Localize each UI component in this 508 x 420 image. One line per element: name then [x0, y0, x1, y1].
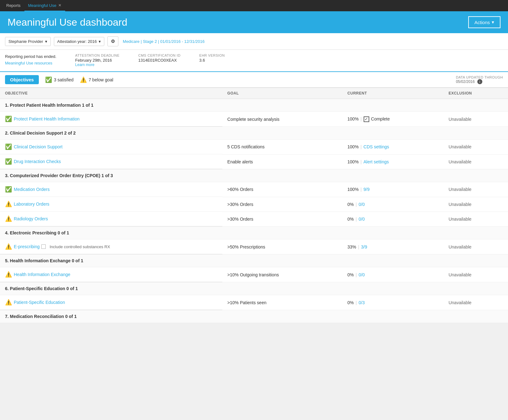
- objectives-header: Objectives ✅ 3 satisfied ⚠️ 7 below goal…: [0, 72, 508, 88]
- goal-cell: >10% Outgoing transitions: [222, 267, 342, 282]
- col-goal: GOAL: [222, 88, 342, 99]
- current-value-link[interactable]: 3/9: [361, 244, 367, 249]
- info-bar: Reporting period has ended. Meaningful U…: [0, 50, 508, 72]
- current-value-link[interactable]: Alert settings: [364, 159, 389, 164]
- exclusion-cell: Unavailable: [443, 295, 508, 310]
- current-pct: 0%: [347, 217, 354, 222]
- table-row: ✅Medication Orders>60% Orders100% | 9/9U…: [0, 182, 508, 197]
- objective-link[interactable]: Patient-Specific Education: [14, 300, 65, 305]
- current-pct: 100%: [347, 116, 359, 121]
- data-updated-block: DATA UPDATED THROUGH 05/02/2016 i: [456, 75, 503, 84]
- below-goal-status: ⚠️ 7 below goal: [80, 76, 113, 83]
- objectives-badge: Objectives: [5, 75, 39, 84]
- goal-cell: 5 CDS notifications: [222, 140, 342, 155]
- toolbar: Stephanie Provider ▾ Attestation year: 2…: [0, 33, 508, 50]
- exclusion-cell: Unavailable: [443, 182, 508, 197]
- chevron-down-icon: ▾: [492, 19, 494, 25]
- pipe-separator: |: [359, 187, 363, 192]
- extra-label: Include controlled substances RX: [49, 244, 110, 249]
- table-section-row: 1. Protect Patient Health Information 1 …: [0, 99, 508, 112]
- current-cell: 100% | 9/9: [342, 182, 443, 197]
- current-value-link[interactable]: 0/3: [359, 300, 365, 305]
- current-value-link[interactable]: 9/9: [364, 187, 370, 192]
- chevron-down-icon: ▾: [45, 39, 47, 44]
- tab-meaningful-use[interactable]: Meaningful Use ✕: [24, 0, 65, 11]
- current-value-link[interactable]: 0/0: [359, 272, 365, 277]
- info-icon[interactable]: i: [477, 79, 482, 84]
- pipe-separator: |: [359, 116, 363, 121]
- goal-cell: >60% Orders: [222, 182, 342, 197]
- attestation-deadline-block: ATTESTATION DEADLINE February 29th, 2016…: [75, 54, 119, 67]
- objectives-table: OBJECTIVE GOAL CURRENT EXCLUSION 1. Prot…: [0, 88, 508, 323]
- satisfied-status: ✅ 3 satisfied: [45, 76, 74, 83]
- page-header: Meaningful Use dashboard Actions ▾: [0, 11, 508, 33]
- goal-cell: >30% Orders: [222, 212, 342, 227]
- table-section-row: 4. Electronic Prescribing 0 of 1: [0, 227, 508, 239]
- objective-link[interactable]: Health Information Exchange: [14, 272, 70, 277]
- meaningful-use-resources-link[interactable]: Meaningful Use resources: [5, 61, 52, 65]
- current-cell: 0% | 0/0: [342, 212, 443, 227]
- table-section-row: 3. Computerized Provider Order Entry (CP…: [0, 169, 508, 182]
- provider-label: Stephanie Provider: [8, 39, 43, 44]
- settings-button[interactable]: ⚙: [107, 36, 118, 46]
- table-section-row: 7. Medication Reconciliation 0 of 1: [0, 310, 508, 323]
- provider-dropdown[interactable]: Stephanie Provider ▾: [5, 37, 51, 46]
- attestation-year-dropdown[interactable]: Attestation year: 2016 ▾: [54, 37, 104, 46]
- col-objective: OBJECTIVE: [0, 88, 222, 99]
- attestation-label: ATTESTATION DEADLINE: [75, 54, 119, 57]
- current-cell: 33% | 3/9: [342, 239, 443, 254]
- actions-button[interactable]: Actions ▾: [468, 16, 500, 28]
- objective-cell: ⚠️Radiology Orders: [0, 212, 222, 226]
- data-updated-date: 05/02/2016: [456, 79, 475, 84]
- objective-cell: ✅Protect Patient Health Information: [0, 112, 222, 126]
- objective-link[interactable]: Medication Orders: [14, 187, 49, 192]
- section-label: 3. Computerized Provider Order Entry (CP…: [0, 169, 508, 182]
- col-exclusion: EXCLUSION: [443, 88, 508, 99]
- objective-cell: ⚠️Patient-Specific Education: [0, 295, 222, 310]
- current-value-link[interactable]: 0/0: [359, 202, 365, 207]
- objective-link[interactable]: Protect Patient Health Information: [14, 116, 80, 121]
- checkbox-input[interactable]: [41, 244, 46, 249]
- check-icon: ✅: [5, 158, 12, 165]
- table-row: ✅Protect Patient Health InformationCompl…: [0, 112, 508, 127]
- period-info: Medicare | Stage 2 | 01/01/2016 - 12/31/…: [123, 39, 205, 44]
- below-goal-count: 7 below goal: [89, 77, 113, 82]
- current-pct: 100%: [347, 187, 359, 192]
- pipe-separator: |: [355, 217, 358, 222]
- check-icon: ✅: [5, 143, 12, 150]
- data-updated-label: DATA UPDATED THROUGH: [456, 75, 503, 79]
- checkbox-icon: ✓: [364, 116, 369, 122]
- tab-reports[interactable]: Reports: [3, 0, 24, 11]
- table-row: ⚠️Radiology Orders>30% Orders0% | 0/0Una…: [0, 212, 508, 227]
- cms-id-block: CMS CERTIFICATION ID 1314E01RCO0XEAX: [138, 54, 180, 63]
- objective-link[interactable]: Drug Interaction Checks: [14, 159, 61, 164]
- current-value-link[interactable]: CDS settings: [364, 144, 389, 149]
- tab-reports-label: Reports: [6, 3, 21, 8]
- pipe-separator: |: [359, 144, 363, 149]
- close-icon[interactable]: ✕: [58, 3, 61, 8]
- complete-label: Complete: [371, 116, 390, 121]
- current-cell: 0% | 0/0: [342, 267, 443, 282]
- objective-link[interactable]: Clinical Decision Support: [14, 144, 63, 149]
- section-label: 5. Health Information Exchange 0 of 1: [0, 254, 508, 267]
- attestation-year-label: Attestation year: 2016: [57, 39, 97, 44]
- warning-icon: ⚠️: [5, 215, 12, 222]
- objective-link[interactable]: Laboratory Orders: [14, 202, 49, 207]
- current-value-link[interactable]: 0/0: [359, 217, 365, 222]
- objective-cell: ✅Drug Interaction Checks: [0, 154, 222, 169]
- exclusion-cell: Unavailable: [443, 112, 508, 127]
- objective-link[interactable]: E-prescribing: [14, 244, 39, 249]
- objective-link[interactable]: Radiology Orders: [14, 216, 48, 221]
- learn-more-link[interactable]: Learn more: [75, 63, 94, 67]
- current-pct: 0%: [347, 300, 354, 305]
- check-icon: ✅: [5, 115, 12, 122]
- section-label: 2. Clinical Decision Support 2 of 2: [0, 127, 508, 140]
- ehr-version: 3.6: [199, 58, 225, 63]
- exclusion-cell: Unavailable: [443, 154, 508, 169]
- exclusion-cell: Unavailable: [443, 197, 508, 212]
- table-section-row: 5. Health Information Exchange 0 of 1: [0, 254, 508, 267]
- goal-cell: Complete security analysis: [222, 112, 342, 127]
- reporting-info: Reporting period has ended. Meaningful U…: [5, 54, 56, 67]
- ehr-label: EHR VERSION: [199, 54, 225, 57]
- actions-label: Actions: [474, 20, 490, 25]
